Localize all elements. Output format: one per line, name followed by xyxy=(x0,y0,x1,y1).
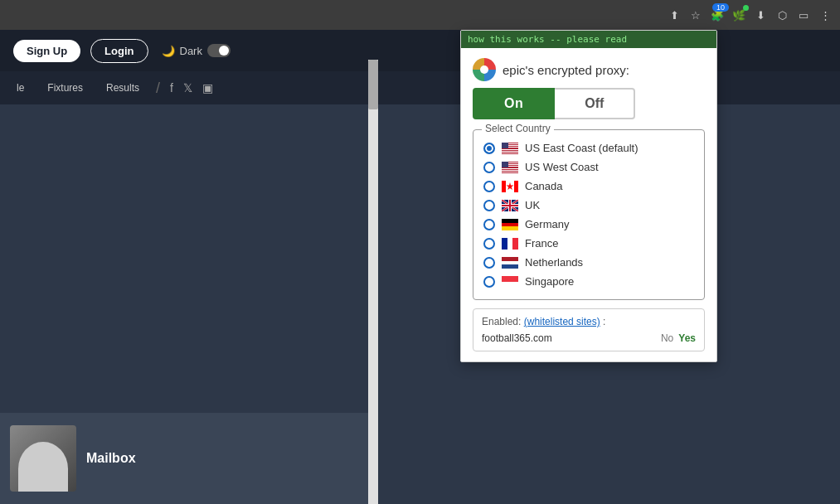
flag-france xyxy=(502,238,518,250)
share-icon[interactable]: ⬆ xyxy=(666,7,682,23)
proxy-popup: how this works -- please read epic's enc… xyxy=(460,30,717,362)
scrollbar[interactable] xyxy=(368,60,378,504)
country-item-germany[interactable]: Germany xyxy=(483,215,694,234)
browser-toolbar: ⬆ ☆ 🧩 🌿 ⬇ ⬡ ▭ ⋮ xyxy=(0,0,840,30)
facebook-icon[interactable]: f xyxy=(170,81,173,94)
site-actions: No Yes xyxy=(661,332,696,344)
site-row: football365.com No Yes xyxy=(482,332,696,344)
flag-us-west xyxy=(502,162,518,173)
popup-header-bar[interactable]: how this works -- please read xyxy=(461,31,716,48)
enabled-label: Enabled: xyxy=(482,316,521,327)
flag-singapore xyxy=(502,276,518,288)
dark-toggle-switch[interactable] xyxy=(207,44,231,57)
site-yes-button[interactable]: Yes xyxy=(678,332,696,344)
country-name-france: France xyxy=(525,237,558,250)
flag-germany xyxy=(502,219,518,230)
dark-toggle[interactable]: 🌙 Dark xyxy=(162,44,231,57)
more-icon[interactable]: ⋮ xyxy=(817,7,833,23)
country-name-canada: Canada xyxy=(525,180,563,192)
radio-singapore[interactable] xyxy=(483,276,495,288)
country-item-canada[interactable]: Canada xyxy=(483,177,694,196)
tab-icon[interactable]: ▭ xyxy=(795,7,812,23)
scrollbar-thumb[interactable] xyxy=(368,60,378,109)
country-item-singapore[interactable]: Singapore xyxy=(483,272,694,291)
flipboard-icon[interactable]: ▣ xyxy=(202,81,213,94)
nav-item-le[interactable]: le xyxy=(7,77,34,99)
svg-rect-1 xyxy=(514,181,518,192)
flag-netherlands xyxy=(502,257,518,269)
svg-rect-12 xyxy=(502,205,518,206)
proxy-off-button[interactable]: Off xyxy=(555,88,635,119)
flag-uk xyxy=(502,200,518,211)
radio-us-west[interactable] xyxy=(483,162,495,173)
login-button[interactable]: Login xyxy=(90,39,148,63)
country-name-uk: UK xyxy=(525,199,540,211)
puzzle-icon[interactable]: ⬡ xyxy=(774,7,790,23)
radio-us-east[interactable] xyxy=(483,143,495,154)
site-url: football365.com xyxy=(482,332,552,344)
popup-title: epic's encrypted proxy: xyxy=(503,63,629,77)
country-item-uk[interactable]: UK xyxy=(483,196,694,215)
mailbox-card: Mailbox xyxy=(0,413,369,504)
star-icon[interactable]: ☆ xyxy=(687,7,704,23)
country-name-netherlands: Netherlands xyxy=(525,256,583,269)
person-image xyxy=(18,442,68,492)
enabled-row: Enabled: (whitelisted sites) : xyxy=(482,316,696,327)
signup-button[interactable]: Sign Up xyxy=(13,40,80,62)
epic-proxy-icon[interactable]: 🌿 xyxy=(731,7,747,23)
extension-badge-icon[interactable]: 🧩 xyxy=(709,7,726,23)
radio-uk[interactable] xyxy=(483,200,495,211)
popup-header-text: how this works -- please read xyxy=(468,34,627,45)
epic-logo xyxy=(473,58,496,81)
social-icons: f 𝕏 ▣ xyxy=(170,81,213,94)
enabled-section: Enabled: (whitelisted sites) : football3… xyxy=(473,308,705,351)
proxy-on-button[interactable]: On xyxy=(473,88,555,119)
country-name-singapore: Singapore xyxy=(525,275,574,288)
whitelisted-sites-link[interactable]: (whitelisted sites) xyxy=(524,316,600,327)
radio-netherlands[interactable] xyxy=(483,257,495,269)
country-name-us-west: US West Coast xyxy=(525,161,599,173)
flag-canada xyxy=(502,181,518,192)
download-icon[interactable]: ⬇ xyxy=(752,7,769,23)
site-no-button[interactable]: No xyxy=(661,332,673,344)
radio-germany[interactable] xyxy=(483,219,495,230)
country-name-us-east: US East Coast (default) xyxy=(525,142,638,154)
svg-rect-0 xyxy=(502,181,506,192)
nav-item-results[interactable]: Results xyxy=(96,77,149,99)
mailbox-label: Mailbox xyxy=(86,451,136,466)
nav-divider: / xyxy=(156,80,160,97)
nav-item-fixtures[interactable]: Fixtures xyxy=(37,77,93,99)
country-item-netherlands[interactable]: Netherlands xyxy=(483,253,694,272)
dark-mode-icon: 🌙 xyxy=(162,45,175,57)
enabled-suffix: : xyxy=(603,316,605,327)
country-legend: Select Country xyxy=(482,123,554,134)
country-item-france[interactable]: France xyxy=(483,234,694,253)
popup-title-row: epic's encrypted proxy: xyxy=(461,48,716,88)
country-item-us-west[interactable]: US West Coast xyxy=(483,158,694,177)
dark-label: Dark xyxy=(180,45,202,57)
mailbox-thumbnail xyxy=(10,425,76,492)
flag-us-east xyxy=(502,143,518,154)
radio-france[interactable] xyxy=(483,238,495,250)
country-item-us-east[interactable]: US East Coast (default) xyxy=(483,138,694,158)
twitter-icon[interactable]: 𝕏 xyxy=(183,81,192,94)
radio-canada[interactable] xyxy=(483,181,495,192)
country-name-germany: Germany xyxy=(525,218,569,230)
country-select-section: Select Country US East Coast (default) U… xyxy=(473,129,705,300)
